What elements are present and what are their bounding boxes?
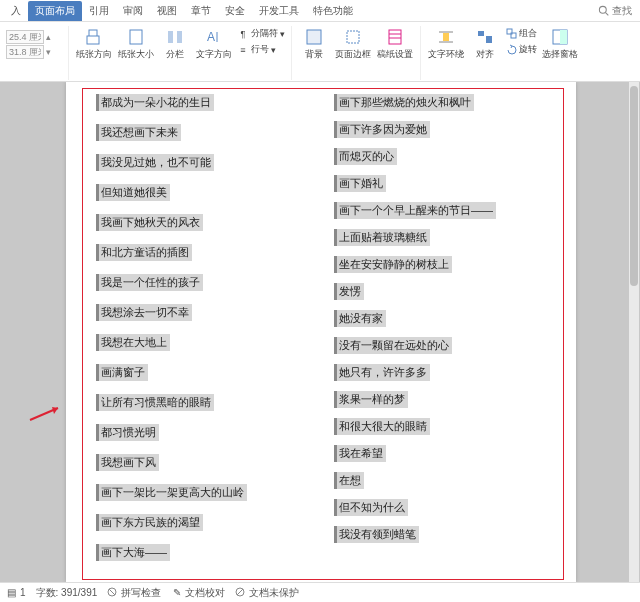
text-line[interactable]: 我没有领到蜡笔 [334,526,548,543]
text-content: 画下许多因为爱她 [337,121,430,138]
tab-view[interactable]: 视图 [150,1,184,21]
text-line[interactable]: 而熄灭的心 [334,148,548,165]
text-content: 坐在安安静静的树枝上 [337,256,452,273]
orientation-button[interactable]: 纸张方向 [73,26,115,63]
page: 都成为一朵小花的生日我还想画下未来我没见过她，也不可能但知道她很美我画下她秋天的… [66,82,576,582]
linenum-button[interactable]: ≡行号▾ [235,42,287,57]
text-line[interactable]: 和北方童话的插图 [96,244,310,261]
pageborder-icon [344,28,362,46]
background-icon [305,28,323,46]
papersize-button[interactable]: 纸张大小 [115,26,157,63]
pageborder-button[interactable]: 页面边框 [332,26,374,63]
scrollbar-thumb[interactable] [630,86,638,286]
breaks-label: 分隔符 [251,27,278,40]
text-line[interactable]: 画下一个个早上醒来的节日—— [334,202,548,219]
pageborder-label: 页面边框 [335,48,371,61]
text-line[interactable]: 都成为一朵小花的生日 [96,94,310,111]
margin-top-input[interactable] [6,30,44,44]
status-spellcheck[interactable]: 拼写检查 [107,586,161,600]
status-protect[interactable]: 文档未保护 [235,586,299,600]
stepper-icon[interactable]: ▴ [46,32,51,42]
text-line[interactable]: 我画下她秋天的风衣 [96,214,310,231]
vertical-scrollbar[interactable] [629,82,639,582]
text-line[interactable]: 没有一颗留在远处的心 [334,337,548,354]
text-line[interactable]: 我没见过她，也不可能 [96,154,310,171]
text-line[interactable]: 我是一个任性的孩子 [96,274,310,291]
status-proof[interactable]: ✎文档校对 [171,586,225,600]
tab-references[interactable]: 引用 [82,1,116,21]
tab-section[interactable]: 章节 [184,1,218,21]
text-content: 都成为一朵小花的生日 [99,94,214,111]
tab-page-layout[interactable]: 页面布局 [28,1,82,21]
align-button[interactable]: 对齐 [467,26,503,63]
text-content: 我想涂去一切不幸 [99,304,192,321]
group-button[interactable]: 组合 [503,26,539,41]
text-line[interactable]: 发愣 [334,283,548,300]
text-line[interactable]: 画下一架比一架更高大的山岭 [96,484,310,501]
text-line[interactable]: 和很大很大的眼睛 [334,418,548,435]
text-content: 画下那些燃烧的烛火和枫叶 [337,94,474,111]
manuscript-button[interactable]: 稿纸设置 [374,26,416,63]
status-page[interactable]: ▤1 [6,587,26,598]
text-line[interactable]: 画下婚礼 [334,175,548,192]
text-line[interactable]: 坐在安安静静的树枝上 [334,256,548,273]
text-line[interactable]: 我还想画下未来 [96,124,310,141]
text-content: 我是一个任性的孩子 [99,274,203,291]
text-line[interactable]: 但不知为什么 [334,499,548,516]
text-line[interactable]: 她没有家 [334,310,548,327]
text-content: 画满窗子 [99,364,148,381]
text-line[interactable]: 在想 [334,472,548,489]
text-line[interactable]: 让所有习惯黑暗的眼睛 [96,394,310,411]
text-content: 浆果一样的梦 [337,391,408,408]
textdir-icon: A [205,28,223,46]
text-line[interactable]: 画下许多因为爱她 [334,121,548,138]
tab-devtools[interactable]: 开发工具 [252,1,306,21]
text-line[interactable]: 她只有，许许多多 [334,364,548,381]
stepper-icon[interactable]: ▾ [46,47,51,57]
tab-special[interactable]: 特色功能 [306,1,360,21]
text-content: 她没有家 [337,310,386,327]
tab-insert[interactable]: 入 [4,1,28,21]
text-content: 我在希望 [337,445,386,462]
svg-line-1 [606,13,609,16]
svg-rect-4 [130,30,142,44]
text-line[interactable]: 我想涂去一切不幸 [96,304,310,321]
svg-rect-6 [177,31,182,43]
text-line[interactable]: 画下大海—— [96,544,310,561]
text-line[interactable]: 上面贴着玻璃糖纸 [334,229,548,246]
columns-label: 分栏 [166,48,184,61]
linenum-label: 行号 [251,43,269,56]
text-line[interactable]: 都习惯光明 [96,424,310,441]
textdir-button[interactable]: A 文字方向 [193,26,235,63]
background-button[interactable]: 背景 [296,26,332,63]
wrap-button[interactable]: 文字环绕 [425,26,467,63]
margin-side-input[interactable] [6,45,44,59]
search-box[interactable]: 查找 [598,4,640,18]
text-line[interactable]: 我在希望 [334,445,548,462]
protect-label: 文档未保护 [249,586,299,600]
text-line[interactable]: 我想画下风 [96,454,310,471]
text-content: 和很大很大的眼睛 [337,418,430,435]
svg-rect-10 [389,30,401,44]
ribbon: ▴ ▾ 纸张方向 纸张大小 分栏 A 文字方向 ¶分隔符▾ ≡行号▾ 背景 [0,22,640,82]
tab-security[interactable]: 安全 [218,1,252,21]
protect-icon [235,587,246,598]
tab-review[interactable]: 审阅 [116,1,150,21]
columns-button[interactable]: 分栏 [157,26,193,63]
column-left: 都成为一朵小花的生日我还想画下未来我没见过她，也不可能但知道她很美我画下她秋天的… [96,94,310,572]
text-line[interactable]: 画下那些燃烧的烛火和枫叶 [334,94,548,111]
text-line[interactable]: 我想在大地上 [96,334,310,351]
text-line[interactable]: 但知道她很美 [96,184,310,201]
selection-pane-button[interactable]: 选择窗格 [539,26,581,63]
text-line[interactable]: 画下东方民族的渴望 [96,514,310,531]
document-canvas[interactable]: 都成为一朵小花的生日我还想画下未来我没见过她，也不可能但知道她很美我画下她秋天的… [0,82,640,582]
rotate-button[interactable]: 旋转 [503,42,539,57]
status-wordcount[interactable]: 字数: 391/391 [36,586,98,600]
spellcheck-label: 拼写检查 [121,586,161,600]
text-line[interactable]: 画满窗子 [96,364,310,381]
breaks-button[interactable]: ¶分隔符▾ [235,26,287,41]
svg-rect-9 [347,31,359,43]
svg-rect-17 [486,36,492,43]
text-line[interactable]: 浆果一样的梦 [334,391,548,408]
orientation-label: 纸张方向 [76,48,112,61]
